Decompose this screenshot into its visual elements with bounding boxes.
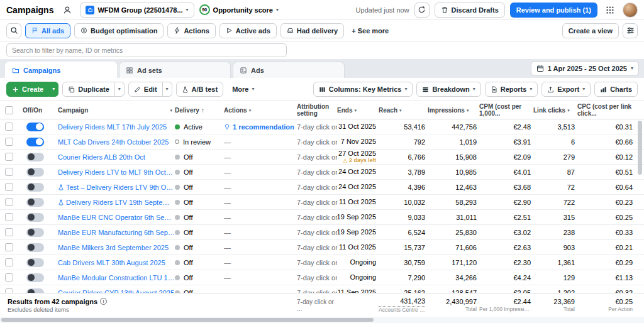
column-header-delivery[interactable]: Delivery↑	[175, 107, 224, 114]
duplicate-dropdown-button[interactable]: ▾	[115, 82, 125, 97]
charts-button[interactable]: Charts	[594, 82, 638, 97]
vertical-scrollbar[interactable]	[638, 119, 643, 289]
row-checkbox[interactable]	[5, 258, 13, 266]
opportunity-score[interactable]: 90 Opportunity score ▾	[199, 4, 279, 15]
create-button[interactable]: Create	[6, 82, 49, 97]
campaign-name-link[interactable]: Delivery Riders LTV 19th September 2025	[66, 199, 175, 206]
vertical-scrollbar-thumb[interactable]	[638, 121, 642, 175]
campaign-name-link[interactable]: ManBe EUR Manufacturing 6th September 2.…	[58, 229, 175, 236]
ab-test-button[interactable]: A/B test	[176, 82, 224, 97]
campaign-name-link[interactable]: Cab Drivers MLT 30th August 2025	[58, 259, 165, 266]
table-row[interactable]: ManBe EUR CNC Operator 6th September 2..…	[0, 210, 644, 225]
campaign-name-link[interactable]: Delivery Riders LTV to MLT 9th October 2…	[58, 168, 175, 176]
row-checkbox[interactable]	[5, 198, 13, 206]
review-publish-label: Review and publish (1)	[516, 6, 591, 14]
table-row[interactable]: ManBe Modular Construction LTU 14th Augu…	[0, 270, 644, 285]
review-publish-button[interactable]: Review and publish (1)	[510, 3, 597, 18]
duplicate-button[interactable]: Duplicate	[62, 82, 115, 97]
row-checkbox[interactable]	[5, 123, 13, 131]
campaign-toggle[interactable]	[26, 183, 44, 192]
row-checkbox[interactable]	[5, 183, 13, 191]
table-row[interactable]: ManBe EUR Manufacturing 6th September 2.…	[0, 225, 644, 240]
campaign-toggle[interactable]	[26, 198, 44, 207]
table-row[interactable]: Delivery Riders MLT 17th July 2025 Activ…	[0, 119, 644, 134]
row-checkbox[interactable]	[5, 138, 13, 146]
more-button[interactable]: More ▾	[227, 82, 259, 97]
campaign-name-link[interactable]: ManBe Modular Construction LTU 14th Augu…	[58, 274, 175, 282]
tab-campaigns[interactable]: Campaigns	[5, 62, 117, 78]
row-checkbox[interactable]	[5, 243, 13, 251]
column-header-impressions[interactable]: Impressions▾	[428, 107, 479, 114]
column-header-attribution[interactable]: Attribution setting	[297, 103, 337, 117]
campaign-toggle[interactable]	[26, 123, 44, 131]
column-header-cpc[interactable]: CPC (cost per link click...	[577, 103, 635, 117]
link-clicks-value: 315	[533, 210, 577, 225]
row-checkbox[interactable]	[5, 168, 13, 176]
create-view-button[interactable]: Create a view	[562, 23, 619, 38]
search-filter-button[interactable]	[6, 23, 21, 38]
table-row[interactable]: Cab Drivers MLT 30th August 2025 Off — 7…	[0, 255, 644, 270]
campaign-name-link[interactable]: Test – Delivery Riders LTV 9th October 2…	[66, 183, 175, 191]
campaign-name-link[interactable]: MLT Cab Drivers 24th October 2025	[58, 138, 169, 146]
table-row[interactable]: ManBe Milkers 3rd September 2025 Off — 7…	[0, 240, 644, 255]
info-icon[interactable]: i	[100, 298, 107, 305]
horizontal-scrollbar-thumb[interactable]	[1, 318, 374, 322]
filter-pill-had-delivery[interactable]: Had delivery	[280, 23, 344, 38]
refresh-button[interactable]	[414, 3, 430, 18]
reports-button[interactable]: Reports ▾	[485, 82, 538, 97]
campaign-toggle[interactable]	[26, 228, 44, 237]
campaign-name-link[interactable]: ManBe Milkers 3rd September 2025	[58, 244, 169, 251]
edit-dropdown-button[interactable]: ▾	[163, 82, 172, 97]
columns-button[interactable]: Columns: Key Metrics ▾	[313, 82, 413, 97]
filter-pill-all-ads[interactable]: All ads	[25, 23, 70, 38]
row-checkbox[interactable]	[5, 213, 13, 221]
date-range-selector[interactable]: 1 Apr 2025 - 25 Oct 2025 ▾	[531, 61, 639, 76]
apps-grid-icon[interactable]	[602, 3, 618, 18]
filter-pill-budget-optimisation[interactable]: Budget optimisation	[74, 23, 164, 38]
view-settings-icon[interactable]	[623, 23, 638, 38]
filter-pill-actions[interactable]: Actions	[167, 23, 215, 38]
column-header-reach[interactable]: Reach▾	[379, 107, 428, 114]
campaign-toggle[interactable]	[26, 258, 44, 267]
campaign-name-link[interactable]: ManBe EUR CNC Operator 6th September 2..…	[58, 214, 175, 221]
table-row[interactable]: Delivery Riders LTV 19th September 2025 …	[0, 195, 644, 210]
table-row[interactable]: Courier Riders ALB 20th Oct Off — 7-day …	[0, 150, 644, 165]
table-row[interactable]: MLT Cab Drivers 24th October 2025 In rev…	[0, 134, 644, 150]
column-header-campaign[interactable]: Campaign▾	[58, 107, 175, 114]
campaign-toggle[interactable]	[26, 138, 44, 146]
campaign-toggle[interactable]	[26, 168, 44, 177]
campaign-toggle[interactable]	[26, 213, 44, 222]
column-header-actions[interactable]: Actions▾	[224, 107, 297, 114]
column-header-link-clicks[interactable]: Link clicks▾	[533, 107, 577, 114]
column-header-ends[interactable]: Ends▾	[337, 107, 379, 114]
campaign-toggle[interactable]	[26, 243, 44, 252]
edit-button[interactable]: Edit	[128, 82, 163, 97]
table-row[interactable]: Delivery Riders LTV to MLT 9th October 2…	[0, 165, 644, 180]
campaign-name-link[interactable]: Courier Riders ALB 20th Oct	[58, 153, 145, 161]
campaign-name-link[interactable]: Delivery Riders MLT 17th July 2025	[58, 123, 167, 131]
row-checkbox[interactable]	[5, 273, 13, 282]
tab-ad-sets[interactable]: Ad sets	[119, 62, 231, 78]
ends-cell: 27 Oct 2025 ⚠2 days left	[337, 150, 379, 165]
see-more-button[interactable]: + See more	[348, 27, 392, 35]
user-avatar[interactable]	[623, 3, 638, 18]
breakdown-button[interactable]: Breakdown ▾	[416, 82, 480, 97]
column-header-cpm[interactable]: CPM (cost per 1,000...	[479, 103, 533, 117]
campaign-toggle[interactable]	[26, 273, 44, 282]
recommendation-link[interactable]: 1 recommendation	[224, 123, 294, 131]
select-all-checkbox[interactable]	[5, 106, 13, 114]
export-button[interactable]: Export ▾	[541, 82, 591, 97]
row-checkbox[interactable]	[5, 153, 13, 161]
create-dropdown-button[interactable]: ▾	[49, 82, 58, 97]
campaign-toggle[interactable]	[26, 153, 44, 162]
tab-ads[interactable]: Ads	[233, 62, 345, 78]
profile-icon[interactable]	[60, 3, 75, 18]
table-row[interactable]: Test – Delivery Riders LTV 9th October 2…	[0, 180, 644, 195]
filter-pill-active-ads[interactable]: Active ads	[219, 23, 277, 38]
account-selector[interactable]: WFDM Group (22501478... ▾	[80, 3, 194, 18]
search-input[interactable]	[6, 43, 287, 57]
discard-drafts-button[interactable]: Discard Drafts	[435, 3, 505, 18]
horizontal-scrollbar[interactable]	[0, 317, 644, 323]
reach-total[interactable]: 431,423	[379, 297, 425, 306]
row-checkbox[interactable]	[5, 228, 13, 236]
